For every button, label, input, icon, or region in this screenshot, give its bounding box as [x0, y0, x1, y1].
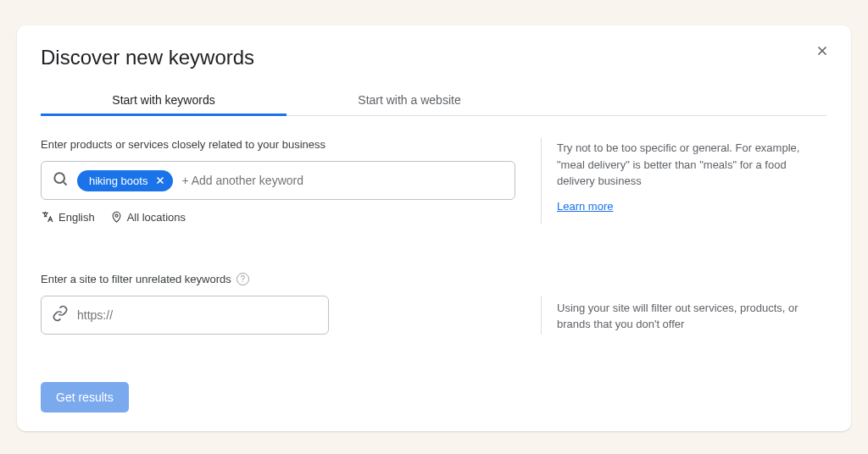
keyword-planner-card: Discover new keywords Start with keyword…: [17, 25, 851, 431]
keywords-right-col: Try not to be too specific or general. F…: [541, 138, 827, 224]
site-label-text: Enter a site to filter unrelated keyword…: [41, 273, 231, 285]
tabs: Start with keywords Start with a website: [41, 85, 827, 116]
site-input-box[interactable]: [41, 296, 329, 335]
location-icon: [110, 211, 123, 224]
site-url-input[interactable]: [77, 308, 318, 322]
tab-keywords[interactable]: Start with keywords: [41, 85, 287, 115]
svg-point-1: [115, 214, 118, 217]
site-right-col: Using your site will filter out services…: [541, 296, 827, 335]
site-left-col: [41, 296, 515, 335]
search-icon: [52, 170, 69, 191]
chip-close-icon: [154, 174, 166, 186]
site-section: Enter a site to filter unrelated keyword…: [41, 273, 827, 335]
chip-remove-button[interactable]: [154, 174, 166, 186]
location-value: All locations: [127, 211, 186, 224]
close-icon: [815, 43, 830, 58]
help-icon[interactable]: ?: [236, 273, 249, 285]
learn-more-link[interactable]: Learn more: [557, 200, 613, 213]
close-button[interactable]: [812, 41, 832, 61]
site-label: Enter a site to filter unrelated keyword…: [41, 273, 827, 285]
svg-point-0: [54, 173, 64, 183]
meta-row: English All locations: [41, 210, 515, 224]
link-icon: [52, 305, 69, 325]
keywords-input-box[interactable]: hiking boots: [41, 161, 515, 200]
page-title: Discover new keywords: [41, 46, 827, 69]
keyword-chip[interactable]: hiking boots: [77, 170, 173, 191]
language-selector[interactable]: English: [41, 210, 95, 224]
language-value: English: [58, 211, 95, 224]
chip-label: hiking boots: [89, 174, 147, 187]
add-keyword-input[interactable]: [181, 174, 504, 187]
get-results-button[interactable]: Get results: [41, 382, 129, 412]
translate-icon: [41, 210, 54, 224]
site-hint: Using your site will filter out services…: [557, 300, 827, 333]
keywords-label: Enter products or services closely relat…: [41, 138, 515, 151]
tab-website[interactable]: Start with a website: [287, 85, 532, 115]
keywords-hint: Try not to be too specific or general. F…: [557, 140, 827, 190]
keywords-left-col: Enter products or services closely relat…: [41, 138, 515, 224]
location-selector[interactable]: All locations: [110, 210, 186, 224]
